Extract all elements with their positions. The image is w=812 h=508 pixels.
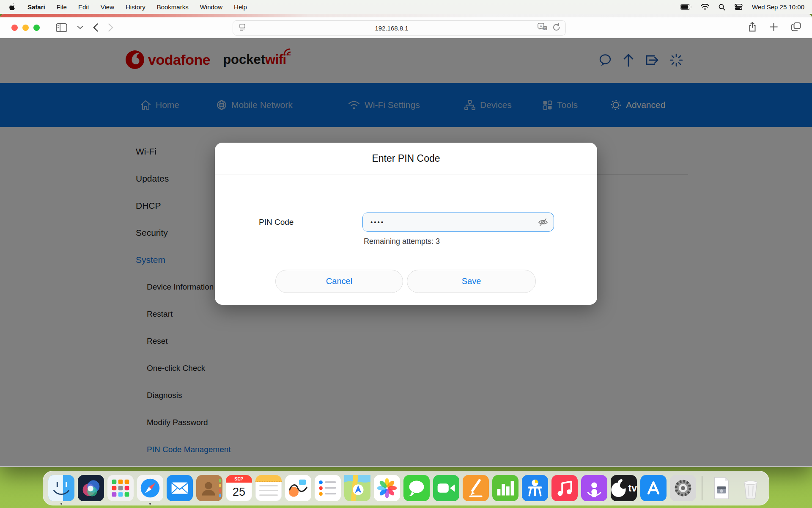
dock-icon-podcasts[interactable]	[581, 475, 607, 501]
dock-icon-numbers[interactable]	[492, 475, 518, 501]
svg-text:A: A	[540, 24, 542, 28]
dock: SEP 25	[43, 471, 769, 505]
dock-icon-finder[interactable]	[48, 475, 74, 501]
search-icon[interactable]	[719, 4, 725, 11]
forward-button[interactable]	[108, 23, 113, 32]
dock-icon-system-settings[interactable]	[670, 475, 696, 501]
dock-icon-calendar[interactable]: SEP 25	[226, 475, 252, 501]
page-viewport: vodafone pocketwifi™	[0, 38, 812, 467]
menu-bookmarks[interactable]: Bookmarks	[157, 3, 189, 11]
pin-code-value[interactable]: ••••	[370, 218, 538, 226]
menu-help[interactable]: Help	[234, 3, 247, 11]
minimize-window-button[interactable]	[22, 25, 29, 31]
back-button[interactable]	[93, 23, 98, 32]
tv-label: tv	[628, 483, 637, 494]
dock-icon-tv[interactable]: tv	[611, 475, 637, 501]
reload-icon[interactable]	[553, 23, 560, 33]
window-controls	[0, 25, 40, 31]
close-window-button[interactable]	[11, 25, 18, 31]
tabs-overview-icon[interactable]	[791, 22, 801, 33]
sidebar-chevron-down-icon[interactable]	[77, 26, 83, 29]
control-center-icon[interactable]	[735, 4, 743, 10]
dock-icon-maps[interactable]	[344, 475, 370, 501]
safari-toolbar: 192.168.8.1 A文	[0, 17, 812, 38]
eye-off-icon	[538, 218, 548, 226]
dock-icon-freeform[interactable]	[285, 475, 311, 501]
dock-icon-launchpad[interactable]	[107, 475, 134, 501]
dock-icon-app-store[interactable]	[640, 475, 667, 501]
dock-icon-pages[interactable]	[463, 475, 489, 501]
dock-icon-reminders[interactable]	[315, 475, 341, 501]
modal-title: Enter PIN Code	[372, 153, 440, 164]
running-indicator	[60, 503, 62, 505]
dock-separator	[702, 476, 702, 500]
dock-icon-messages[interactable]	[403, 475, 430, 501]
new-tab-icon[interactable]	[770, 23, 778, 33]
apple-glyph-icon	[611, 475, 628, 501]
menu-clock[interactable]: Wed Sep 25 10:00	[752, 3, 804, 11]
dock-icon-contacts[interactable]	[196, 475, 222, 501]
save-button[interactable]: Save	[407, 270, 536, 293]
window-accent-strip	[0, 14, 812, 17]
menu-history[interactable]: History	[126, 3, 145, 11]
dock-icon-mail[interactable]	[167, 475, 193, 501]
dock-icon-facetime[interactable]	[433, 475, 459, 501]
menu-edit[interactable]: Edit	[78, 3, 89, 11]
apple-logo-icon[interactable]	[9, 3, 16, 11]
pin-code-modal: Enter PIN Code PIN Code •••• Remaining a…	[215, 143, 597, 305]
url-text[interactable]: 192.168.8.1	[246, 25, 538, 32]
dock-icon-photos[interactable]	[374, 475, 400, 501]
dock-icon-notes[interactable]	[255, 475, 282, 501]
share-icon[interactable]	[749, 22, 756, 33]
pin-code-input[interactable]: ••••	[362, 213, 554, 232]
translate-icon[interactable]: A文	[538, 23, 548, 33]
dock-icon-music[interactable]	[551, 475, 578, 501]
remaining-attempts-text: Remaining attempts: 3	[364, 237, 440, 246]
dock-icon-safari[interactable]	[137, 475, 163, 501]
toggle-visibility-button[interactable]	[538, 218, 548, 226]
menu-view[interactable]: View	[101, 3, 114, 11]
pin-code-label: PIN Code	[259, 218, 294, 227]
calendar-month: SEP	[226, 475, 252, 483]
calendar-day: 25	[226, 483, 252, 501]
svg-text:文: 文	[543, 26, 546, 30]
dock-icon-trash[interactable]	[738, 475, 764, 501]
battery-icon[interactable]	[680, 4, 691, 10]
menu-window[interactable]: Window	[200, 3, 222, 11]
dock-icon-siri[interactable]	[78, 475, 104, 501]
maximize-window-button[interactable]	[33, 25, 40, 31]
menu-safari[interactable]: Safari	[27, 3, 45, 11]
wifi-icon[interactable]	[701, 4, 709, 10]
safari-window: 192.168.8.1 A文	[0, 14, 812, 467]
sidebar-toggle-icon[interactable]	[56, 23, 67, 32]
modal-header: Enter PIN Code	[215, 143, 597, 174]
page-icon	[239, 24, 246, 33]
dock-icon-keynote[interactable]	[522, 475, 548, 501]
menu-bar: Safari File Edit View History Bookmarks …	[0, 0, 812, 14]
cancel-button[interactable]: Cancel	[275, 270, 403, 293]
running-indicator	[149, 503, 151, 505]
url-bar[interactable]: 192.168.8.1 A文	[233, 20, 566, 36]
dock-icon-downloads-stack[interactable]	[708, 475, 734, 501]
menu-file[interactable]: File	[57, 3, 67, 11]
